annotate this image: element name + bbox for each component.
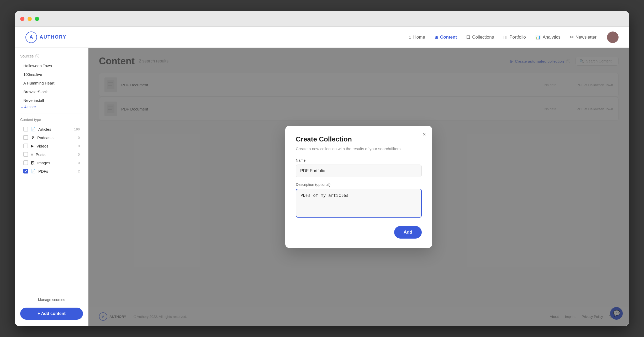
ct-images-icon: 🖼: [31, 161, 35, 165]
home-icon: ⌂: [409, 35, 411, 40]
user-avatar[interactable]: [607, 31, 619, 43]
ct-videos-checkbox[interactable]: [23, 144, 28, 148]
analytics-icon: 📊: [535, 35, 541, 40]
ct-articles-checkbox[interactable]: [23, 127, 28, 131]
collection-description-textarea[interactable]: PDFs of my articles|: [296, 189, 422, 218]
collections-icon: ❑: [466, 35, 470, 40]
portfolio-icon: ◫: [503, 35, 507, 40]
ct-pdfs-icon: 📄: [31, 169, 36, 173]
modal-close-button[interactable]: ×: [423, 131, 426, 138]
ct-podcasts-icon: 🎙: [31, 135, 35, 140]
create-collection-modal: × Create Collection Create a new collect…: [285, 126, 432, 248]
top-nav: A AUTHORY ⌂ Home ⊞ Content ❑ Collections: [15, 27, 629, 48]
sidebar: Sources ? Halloween Town 100ms.live A Hu…: [15, 48, 88, 326]
sidebar-divider: [20, 113, 83, 113]
nav-home[interactable]: ⌂ Home: [409, 35, 425, 40]
ct-images[interactable]: 🖼 Images 0: [20, 159, 83, 167]
ct-posts-checkbox[interactable]: [23, 152, 28, 157]
sources-label: Sources ?: [20, 54, 83, 58]
modal-subtitle: Create a new collection with the results…: [296, 146, 422, 151]
nav-analytics[interactable]: 📊 Analytics: [535, 35, 561, 40]
logo-text: AUTHORY: [40, 34, 66, 40]
newsletter-icon: ✉: [570, 35, 573, 40]
content-icon: ⊞: [435, 35, 438, 40]
ct-videos-icon: ▶: [31, 144, 34, 148]
name-label: Name: [296, 158, 422, 162]
nav-portfolio[interactable]: ◫ Portfolio: [503, 35, 526, 40]
ct-articles-icon: 📄: [31, 127, 36, 131]
ct-pdfs[interactable]: 📄 PDFs 2: [20, 167, 83, 175]
add-content-button[interactable]: + Add content: [20, 308, 83, 320]
description-label: Description (optional): [296, 182, 422, 187]
ct-podcasts-checkbox[interactable]: [23, 135, 28, 140]
modal-add-button[interactable]: Add: [394, 226, 422, 239]
ct-articles[interactable]: 📄 Articles 196: [20, 125, 83, 133]
tl-red[interactable]: [20, 17, 24, 21]
nav-collections[interactable]: ❑ Collections: [466, 35, 494, 40]
source-100ms[interactable]: 100ms.live: [20, 70, 83, 79]
ct-posts-icon: ≡: [31, 152, 33, 157]
nav-links: ⌂ Home ⊞ Content ❑ Collections ◫ Portfol…: [409, 35, 597, 40]
manage-sources-link[interactable]: Manage sources: [20, 294, 83, 305]
sources-info-icon: ?: [35, 54, 39, 58]
main-area: Sources ? Halloween Town 100ms.live A Hu…: [15, 48, 629, 326]
modal-overlay[interactable]: × Create Collection Create a new collect…: [88, 48, 629, 326]
ct-pdfs-checkbox[interactable]: [23, 169, 28, 173]
modal-title: Create Collection: [296, 135, 422, 143]
logo-icon: A: [25, 31, 37, 43]
tl-yellow[interactable]: [28, 17, 32, 21]
collection-name-input[interactable]: [296, 165, 422, 177]
ct-podcasts[interactable]: 🎙 Podcasts 0: [20, 133, 83, 142]
content-type-label: Content type: [20, 118, 83, 122]
source-humming[interactable]: A Humming Heart: [20, 79, 83, 87]
browser-chrome: [15, 11, 629, 27]
ct-videos[interactable]: ▶ Videos 0: [20, 142, 83, 150]
nav-logo[interactable]: A AUTHORY: [25, 31, 66, 43]
source-halloween[interactable]: Halloween Town: [20, 61, 83, 70]
nav-content[interactable]: ⊞ Content: [435, 35, 457, 40]
nav-newsletter[interactable]: ✉ Newsletter: [570, 35, 597, 40]
tl-green[interactable]: [35, 17, 39, 21]
more-sources[interactable]: ⌄ 4 more: [20, 105, 83, 109]
ct-images-checkbox[interactable]: [23, 160, 28, 165]
ct-posts[interactable]: ≡ Posts 0: [20, 150, 83, 159]
source-neverinstall[interactable]: Neverinstall: [20, 96, 83, 105]
source-browserstack[interactable]: BrowserStack: [20, 87, 83, 96]
